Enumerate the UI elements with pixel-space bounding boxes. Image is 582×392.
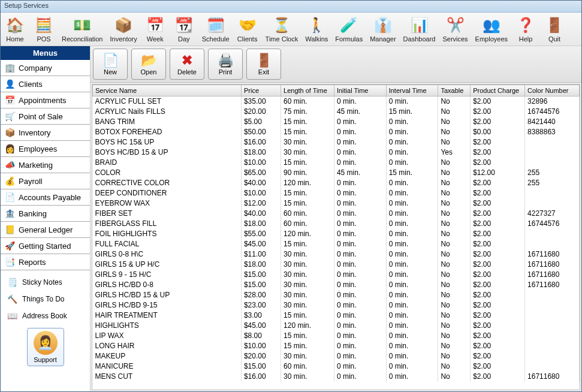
cell: 0 min. xyxy=(334,310,386,321)
table-row[interactable]: GIRLS HC/BD 15 & UP$28.0030 min.0 min.0 … xyxy=(93,290,580,300)
column-header[interactable]: Color Number xyxy=(525,85,580,97)
sidebar-item-banking[interactable]: 🏦Banking xyxy=(1,206,90,222)
table-row[interactable]: MAKEUP$20.0030 min.0 min.0 min.No$2.00 xyxy=(93,351,580,361)
sidebar-item-reports[interactable]: 📑Reports xyxy=(1,254,90,270)
toolbar-label: Dashboard xyxy=(403,35,436,43)
toolbar-pos[interactable]: 🧮POS xyxy=(29,13,58,46)
cell: 30 min. xyxy=(281,300,334,310)
table-row[interactable]: ACRYLIC Nails FILLS$20.0075 min.45 min.1… xyxy=(93,107,580,117)
sidebar-item-appointments[interactable]: 📅Appointments xyxy=(1,92,90,108)
toolbar-inventory[interactable]: 📦Inventory xyxy=(106,13,140,46)
sidebar-item-getting-started[interactable]: 🚀Getting Started xyxy=(1,238,90,254)
table-row[interactable]: GIRLS HC/BD 0-8$15.0030 min.0 min.0 min.… xyxy=(93,280,580,290)
table-row[interactable]: COLOR$65.0090 min.45 min.15 min.No$12.00… xyxy=(93,168,580,178)
toolbar-employees[interactable]: 👥Employees xyxy=(472,13,511,46)
table-row[interactable]: DEEP CONDITIONER$10.0015 min.0 min.0 min… xyxy=(93,188,580,198)
services-table-container[interactable]: Service NamePriceLength of TimeInitial T… xyxy=(92,84,580,390)
employees-icon: 👩 xyxy=(4,144,15,153)
cell: 30 min. xyxy=(281,137,334,147)
table-row[interactable]: GIRLS HC/BD 9-15$23.0030 min.0 min.0 min… xyxy=(93,300,580,310)
cell: 8388863 xyxy=(525,127,580,137)
sidebar-item-employees[interactable]: 👩Employees xyxy=(1,141,90,157)
table-row[interactable]: BOTOX FOREHEAD$50.0015 min.0 min.0 min.N… xyxy=(93,127,580,137)
column-header[interactable]: Service Name xyxy=(93,85,242,97)
table-row[interactable]: FIBERGLASS FILL$18.0060 min.0 min.0 min.… xyxy=(93,219,580,229)
toolbar-clients[interactable]: 🤝Clients xyxy=(233,13,262,46)
column-header[interactable]: Product Charge xyxy=(471,85,525,97)
table-row[interactable]: FIBER SET$40.0060 min.0 min.0 min.No$2.0… xyxy=(93,209,580,219)
sidebar-util-things-to-do[interactable]: 🔨Things To Do xyxy=(1,291,90,307)
table-row[interactable]: BANG TRIM$5.0015 min.0 min.0 min.No$2.00… xyxy=(93,117,580,127)
sidebar-item-inventory[interactable]: 📦Inventory xyxy=(1,125,90,141)
toolbar-services[interactable]: ✂️Services xyxy=(439,13,471,46)
home-icon: 🏠 xyxy=(5,16,25,35)
table-row[interactable]: HAIR TREATMENT$3.0015 min.0 min.0 min.No… xyxy=(93,310,580,321)
table-row[interactable]: GIRLS 15 & UP H/C$18.0030 min.0 min.0 mi… xyxy=(93,260,580,270)
toolbar-dashboard[interactable]: 📊Dashboard xyxy=(400,13,439,46)
cell: 0 min. xyxy=(386,209,438,219)
cell xyxy=(525,310,580,321)
toolbar-schedule[interactable]: 🗓️Schedule xyxy=(198,13,233,46)
dashboard-icon: 📊 xyxy=(410,16,429,35)
sidebar-util-address-book[interactable]: 📖Address Book xyxy=(1,307,90,324)
toolbar-formulas[interactable]: 🧪Formulas xyxy=(331,13,366,46)
table-row[interactable]: FULL FACIAL$45.0015 min.0 min.0 min.No$2… xyxy=(93,239,580,249)
table-row[interactable]: GIRLS 9 - 15 H/C$15.0030 min.0 min.0 min… xyxy=(93,270,580,280)
cell: $2.00 xyxy=(471,260,525,270)
table-row[interactable]: MENS CUT$16.0030 min.0 min.0 min.No$2.00… xyxy=(93,372,580,382)
toolbar-timeclock[interactable]: ⏳Time Clock xyxy=(262,13,302,46)
column-header[interactable]: Price xyxy=(241,85,281,97)
table-row[interactable]: BRAID$10.0015 min.0 min.0 min.No$2.00 xyxy=(93,158,580,168)
cell: $2.00 xyxy=(471,361,525,372)
column-header[interactable]: Interval Time xyxy=(386,85,438,97)
table-row[interactable]: LONG HAIR$10.0015 min.0 min.0 min.No$2.0… xyxy=(93,341,580,351)
toolbar-home[interactable]: 🏠Home xyxy=(1,13,29,46)
table-row[interactable]: EYEBROW WAX$12.0015 min.0 min.0 min.No$2… xyxy=(93,198,580,209)
cell xyxy=(525,331,580,341)
print-icon: 🖨️ xyxy=(218,53,234,68)
table-row[interactable]: GIRLS 0-8 H\C$11.0030 min.0 min.0 min.No… xyxy=(93,249,580,260)
new-button[interactable]: 📄New xyxy=(93,49,128,80)
table-row[interactable]: ACRYLIC FULL SET$35.0060 min.0 min.0 min… xyxy=(93,97,580,107)
cell: $20.00 xyxy=(241,351,281,361)
table-row[interactable]: BOYS HC 15& UP$16.0030 min.0 min.0 min.N… xyxy=(93,137,580,147)
table-row[interactable]: HIGHLIGHTS$45.00120 min.0 min.0 min.No$2… xyxy=(93,321,580,331)
sidebar-item-general-ledger[interactable]: 📒General Ledger xyxy=(1,222,90,238)
toolbar-walkins[interactable]: 🚶Walkins xyxy=(301,13,331,46)
toolbar-reconciliation[interactable]: 💵Reconciliation xyxy=(58,13,106,46)
sidebar-item-accounts-payable[interactable]: 📄Accounts Payable xyxy=(1,189,90,206)
open-button[interactable]: 📂Open xyxy=(131,49,166,80)
sidebar-item-payroll[interactable]: 💰Payroll xyxy=(1,173,90,189)
toolbar-help[interactable]: ❓Help xyxy=(511,13,540,46)
sidebar-item-marketing[interactable]: 📣Marketing xyxy=(1,157,90,173)
column-header[interactable]: Initial Time xyxy=(334,85,386,97)
delete-button[interactable]: ✖Delete xyxy=(170,49,204,80)
inventory-icon: 📦 xyxy=(4,128,15,137)
action-label: New xyxy=(104,68,117,76)
general-ledger-icon: 📒 xyxy=(4,225,15,234)
sidebar-item-clients[interactable]: 👤Clients xyxy=(1,76,90,92)
table-row[interactable]: LIP WAX$8.0015 min.0 min.0 min.No$2.00 xyxy=(93,331,580,341)
column-header[interactable]: Length of Time xyxy=(281,85,334,97)
exit-button[interactable]: 🚪Exit xyxy=(246,49,281,80)
schedule-icon: 🗓️ xyxy=(206,16,225,35)
cell: No xyxy=(438,331,471,341)
toolbar-quit[interactable]: 🚪Quit xyxy=(540,13,569,46)
column-header[interactable]: Taxable xyxy=(438,85,471,97)
toolbar-manager[interactable]: 👔Manager xyxy=(366,13,399,46)
cell: $2.00 xyxy=(471,300,525,310)
table-row[interactable]: BOYS HC/BD 15 & UP$18.0030 min.0 min.0 m… xyxy=(93,147,580,158)
table-row[interactable]: FOIL HIGHLIGHTS$55.00120 min.0 min.0 min… xyxy=(93,229,580,239)
support-button[interactable]: 👩‍💼 Support xyxy=(27,328,64,366)
toolbar-day[interactable]: 📆Day xyxy=(170,13,198,46)
cell: FIBERGLASS FILL xyxy=(93,219,242,229)
sidebar-util-sticky-notes[interactable]: 🗒️Sticky Notes xyxy=(1,274,90,291)
cell: BOYS HC 15& UP xyxy=(93,137,242,147)
print-button[interactable]: 🖨️Print xyxy=(208,49,243,80)
cell xyxy=(525,137,580,147)
toolbar-week[interactable]: 📅Week xyxy=(141,13,170,46)
sidebar-item-company[interactable]: 🏢Company xyxy=(1,60,90,76)
table-row[interactable]: MANICURE$15.0060 min.0 min.0 min.No$2.00 xyxy=(93,361,580,372)
table-row[interactable]: CORRECTIVE COLOR$40.00120 min.0 min.0 mi… xyxy=(93,178,580,188)
sidebar-item-pos[interactable]: 🛒Point of Sale xyxy=(1,108,90,125)
